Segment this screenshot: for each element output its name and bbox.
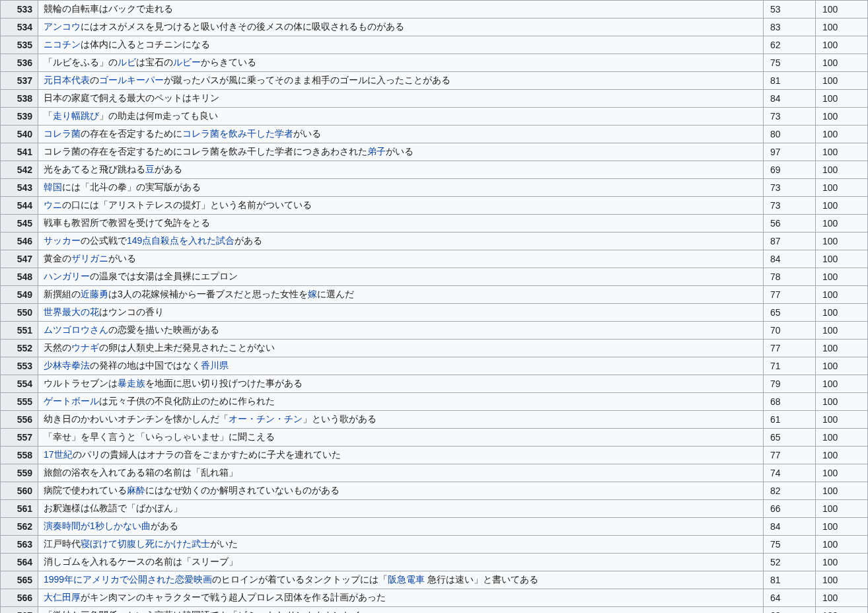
wiki-link[interactable]: 少林寺拳法 [44, 360, 90, 371]
value-2: 100 [816, 18, 868, 36]
wiki-link[interactable]: 1999年にアメリカで公開された恋愛映画 [44, 574, 212, 585]
wiki-link[interactable]: 走り幅跳び [53, 110, 99, 121]
wiki-link[interactable]: ルビ [118, 57, 136, 67]
text-segment: の口には「アリストテレスの提灯」という名前がついている [62, 199, 312, 210]
wiki-link[interactable]: ウナギ [71, 342, 99, 353]
text-segment: 急行は速い」と書いてある [425, 574, 538, 585]
row-number: 541 [1, 143, 38, 161]
wiki-link[interactable]: 阪急電車 [388, 574, 425, 585]
text-segment: に選んだ [317, 289, 354, 299]
wiki-link[interactable]: 嫁 [308, 289, 317, 299]
table-row: 562演奏時間が1秒しかない曲がある84100 [1, 518, 868, 536]
row-description: 旅館の浴衣を入れてある箱の名前は「乱れ箱」 [38, 464, 764, 482]
row-number: 555 [1, 393, 38, 411]
wiki-link[interactable]: 大仁田厚 [44, 592, 81, 602]
wiki-link[interactable]: 韓国 [44, 182, 62, 192]
row-number: 535 [1, 36, 38, 54]
wiki-link[interactable]: 149点自殺点を入れた試合 [127, 235, 235, 246]
row-number: 558 [1, 447, 38, 464]
table-row: 533競輪の自転車はバックで走れる53100 [1, 1, 868, 18]
value-2: 100 [816, 215, 868, 233]
text-segment: のパリの貴婦人はオナラの音をごまかすために子犬を連れていた [73, 449, 341, 460]
value-2: 100 [816, 589, 868, 607]
row-description: ウルトラセブンは暴走族を地面に思い切り投げつけた事がある [38, 375, 764, 393]
table-row: 552天然のウナギの卵は人類史上未だ発見されたことがない77100 [1, 340, 868, 357]
wiki-link[interactable]: ザリガニ [71, 253, 108, 264]
value-2: 100 [816, 322, 868, 340]
wiki-link[interactable]: サッカー [44, 235, 81, 246]
table-row: 547黄金のザリガニがいる84100 [1, 250, 868, 268]
row-number: 556 [1, 411, 38, 429]
table-row: 567「微妙な三角関係」という言葉は韓国語でも「ビミョウナ サンカクカンケイ」6… [1, 607, 868, 614]
wiki-link[interactable]: ルビー [173, 57, 201, 67]
value-1: 73 [764, 179, 816, 197]
table-row: 554ウルトラセブンは暴走族を地面に思い切り投げつけた事がある79100 [1, 375, 868, 393]
table-row: 559旅館の浴衣を入れてある箱の名前は「乱れ箱」74100 [1, 464, 868, 482]
text-segment: 競輪の自転車はバックで走れる [44, 3, 173, 14]
text-segment: の存在を否定するために [81, 128, 182, 139]
text-segment: 旅館の浴衣を入れてある箱の名前は「乱れ箱」 [44, 467, 238, 478]
value-1: 81 [764, 571, 816, 589]
value-1: 66 [764, 500, 816, 518]
value-2: 100 [816, 1, 868, 18]
text-segment: を地面に思い切り投げつけた事がある [145, 378, 303, 388]
wiki-link[interactable]: 近藤勇 [81, 289, 108, 299]
row-number: 537 [1, 72, 38, 90]
text-segment: は体内に入るとコチニンになる [81, 39, 210, 50]
row-description: 黄金のザリガニがいる [38, 250, 764, 268]
row-number: 563 [1, 536, 38, 554]
wiki-link[interactable]: 暴走族 [118, 378, 145, 388]
table-row: 557「幸せ」を早く言うと「いらっしゃいませ」に聞こえる65100 [1, 429, 868, 447]
table-row: 544ウニの口には「アリストテレスの提灯」という名前がついている73100 [1, 197, 868, 215]
value-1: 84 [764, 90, 816, 108]
wiki-link[interactable]: ムツゴロウさん [44, 324, 108, 335]
value-1: 52 [764, 554, 816, 571]
text-segment: お釈迦様は仏教語で「ばかぼん」 [44, 503, 182, 513]
wiki-link[interactable]: 演奏時間が1秒しかない曲 [44, 521, 151, 531]
value-1: 78 [764, 268, 816, 286]
wiki-link[interactable]: コレラ菌を飲み干した学者 [182, 128, 293, 139]
wiki-link[interactable]: 17世紀 [44, 449, 73, 460]
text-segment: のヒロインが着ているタンクトップには「 [212, 574, 388, 585]
row-description: 消しゴムを入れるケースの名前は「スリーブ」 [38, 554, 764, 571]
wiki-link[interactable]: ゴールキーパー [99, 75, 164, 85]
table-row: 550世界最大の花はウンコの香り65100 [1, 304, 868, 322]
wiki-link[interactable]: コレラ菌 [44, 128, 81, 139]
wiki-link[interactable]: ウニ [44, 199, 62, 210]
wiki-link[interactable]: 香川県 [201, 360, 229, 371]
value-2: 100 [816, 304, 868, 322]
wiki-link[interactable]: 世界最大の花 [44, 306, 99, 317]
wiki-link[interactable]: 元日本代表 [44, 75, 90, 85]
wiki-link[interactable]: アンコウ [44, 21, 81, 32]
row-number: 564 [1, 554, 38, 571]
text-segment: 消しゴムを入れるケースの名前は「スリーブ」 [44, 556, 238, 567]
row-number: 540 [1, 126, 38, 143]
table-row: 538日本の家庭で飼える最大のペットはキリン84100 [1, 90, 868, 108]
wiki-link[interactable]: ハンガリー [44, 271, 90, 281]
text-segment: には「北斗の拳」の実写版がある [62, 182, 201, 192]
row-description: 1999年にアメリカで公開された恋愛映画のヒロインが着ているタンクトップには「阪… [38, 571, 764, 589]
table-row: 537元日本代表のゴールキーパーが蹴ったパスが風に乗ってそのまま相手のゴールに入… [1, 72, 868, 90]
value-1: 71 [764, 357, 816, 375]
value-2: 100 [816, 197, 868, 215]
row-number: 546 [1, 233, 38, 250]
table-row: 561お釈迦様は仏教語で「ばかぼん」66100 [1, 500, 868, 518]
value-2: 100 [816, 536, 868, 554]
wiki-link[interactable]: ゲートボール [44, 396, 99, 406]
wiki-link[interactable]: 寝ぼけて切腹し死にかけた武士 [81, 538, 210, 549]
text-segment: 」という歌がある [303, 414, 377, 424]
wiki-link[interactable]: 豆 [145, 164, 155, 174]
value-1: 84 [764, 518, 816, 536]
text-segment: がいる [386, 146, 414, 157]
row-number: 554 [1, 375, 38, 393]
value-2: 100 [816, 518, 868, 536]
value-1: 81 [764, 72, 816, 90]
wiki-link[interactable]: ニコチン [44, 39, 81, 50]
wiki-link[interactable]: 弟子 [367, 146, 386, 157]
table-row: 566大仁田厚がキン肉マンのキャラクターで戦う超人プロレス団体を作る計画があった… [1, 589, 868, 607]
wiki-link[interactable]: オー・チン・チン [229, 414, 303, 424]
value-1: 82 [764, 482, 816, 500]
row-description: 天然のウナギの卵は人類史上未だ発見されたことがない [38, 340, 764, 357]
wiki-link[interactable]: 麻酔 [127, 485, 145, 495]
table-row: 539「走り幅跳び」の助走は何m走っても良い73100 [1, 108, 868, 126]
